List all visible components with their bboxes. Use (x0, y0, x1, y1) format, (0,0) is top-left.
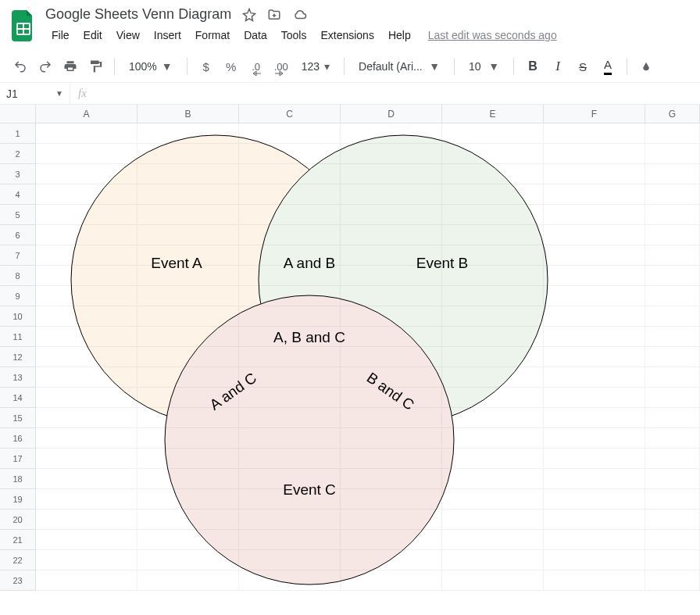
row-header[interactable]: 21 (0, 530, 36, 550)
cell-grid[interactable] (36, 123, 700, 591)
cell[interactable] (138, 570, 239, 591)
cell[interactable] (36, 347, 138, 367)
row-header[interactable]: 8 (0, 266, 36, 286)
cell[interactable] (645, 408, 700, 428)
cell[interactable] (341, 266, 442, 286)
menu-tools[interactable]: Tools (275, 26, 313, 45)
cell[interactable] (36, 428, 138, 449)
cell[interactable] (239, 164, 341, 184)
cell[interactable] (645, 327, 700, 347)
cell[interactable] (36, 408, 138, 428)
cell[interactable] (341, 530, 442, 550)
cell[interactable] (239, 123, 341, 144)
row-header[interactable]: 16 (0, 428, 36, 449)
cell[interactable] (442, 570, 544, 591)
row-header[interactable]: 5 (0, 205, 36, 225)
cell[interactable] (138, 449, 239, 469)
cell[interactable] (544, 266, 645, 286)
cell[interactable] (138, 388, 239, 408)
cell[interactable] (645, 347, 700, 367)
undo-button[interactable] (9, 55, 31, 77)
cell[interactable] (544, 347, 645, 367)
redo-button[interactable] (34, 55, 56, 77)
cell[interactable] (645, 286, 700, 306)
cell[interactable] (36, 449, 138, 469)
cell[interactable] (138, 286, 239, 306)
increase-decimal-button[interactable]: .00 (270, 55, 292, 77)
cell[interactable] (36, 266, 138, 286)
cell[interactable] (544, 205, 645, 225)
cell[interactable] (442, 164, 544, 184)
cell[interactable] (36, 205, 138, 225)
cell[interactable] (239, 449, 341, 469)
cell[interactable] (239, 408, 341, 428)
cell[interactable] (239, 306, 341, 327)
cell[interactable] (36, 489, 138, 510)
cell[interactable] (341, 550, 442, 570)
cell[interactable] (645, 266, 700, 286)
cell[interactable] (645, 530, 700, 550)
cell[interactable] (138, 245, 239, 266)
cell[interactable] (36, 164, 138, 184)
row-header[interactable]: 6 (0, 225, 36, 245)
cell[interactable] (442, 123, 544, 144)
cell[interactable] (645, 469, 700, 489)
format-percent-button[interactable]: % (220, 55, 242, 77)
cell[interactable] (544, 286, 645, 306)
cell[interactable] (239, 367, 341, 388)
row-header[interactable]: 7 (0, 245, 36, 266)
row-header[interactable]: 14 (0, 388, 36, 408)
cell[interactable] (341, 347, 442, 367)
cell[interactable] (544, 428, 645, 449)
row-header[interactable]: 3 (0, 164, 36, 184)
cell[interactable] (36, 184, 138, 205)
cell[interactable] (442, 367, 544, 388)
cell[interactable] (36, 388, 138, 408)
cell[interactable] (138, 550, 239, 570)
star-icon[interactable] (242, 8, 256, 22)
menu-extensions[interactable]: Extensions (314, 26, 380, 45)
cell[interactable] (239, 144, 341, 164)
cell[interactable] (36, 144, 138, 164)
cell[interactable] (239, 245, 341, 266)
cell[interactable] (138, 205, 239, 225)
cell[interactable] (36, 367, 138, 388)
text-color-button[interactable]: A (597, 55, 619, 77)
name-box[interactable]: J1 ▼ (0, 83, 70, 104)
cell[interactable] (442, 469, 544, 489)
cell[interactable] (645, 449, 700, 469)
cell[interactable] (442, 408, 544, 428)
cell[interactable] (544, 469, 645, 489)
formula-bar[interactable]: fx (70, 87, 95, 100)
cell[interactable] (138, 428, 239, 449)
cell[interactable] (442, 144, 544, 164)
cell[interactable] (341, 205, 442, 225)
more-formats-button[interactable]: 123▾ (295, 55, 336, 77)
cell[interactable] (544, 449, 645, 469)
cell[interactable] (341, 388, 442, 408)
font-size-select[interactable]: 10▼ (462, 55, 505, 77)
fill-color-button[interactable] (635, 55, 657, 77)
cell[interactable] (239, 184, 341, 205)
cell[interactable] (138, 306, 239, 327)
decrease-decimal-button[interactable]: .0 (245, 55, 267, 77)
cell[interactable] (442, 489, 544, 510)
cell[interactable] (341, 144, 442, 164)
cell[interactable] (544, 164, 645, 184)
cell[interactable] (442, 225, 544, 245)
menu-data[interactable]: Data (238, 26, 273, 45)
cell[interactable] (138, 164, 239, 184)
cell[interactable] (442, 205, 544, 225)
cell[interactable] (239, 550, 341, 570)
cell[interactable] (341, 327, 442, 347)
cell[interactable] (544, 306, 645, 327)
cell[interactable] (36, 306, 138, 327)
cell[interactable] (341, 184, 442, 205)
bold-button[interactable]: B (522, 55, 544, 77)
cell[interactable] (645, 144, 700, 164)
row-header[interactable]: 2 (0, 144, 36, 164)
row-header[interactable]: 17 (0, 449, 36, 469)
cell[interactable] (442, 266, 544, 286)
cell[interactable] (645, 570, 700, 591)
cell[interactable] (341, 367, 442, 388)
